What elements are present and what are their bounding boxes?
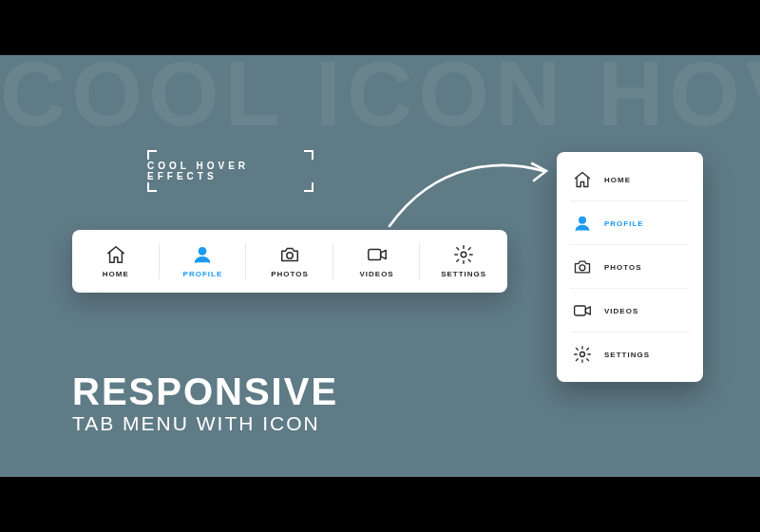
menu-item-label: VIDEOS <box>604 307 638 315</box>
gear-icon <box>453 244 474 265</box>
svg-rect-6 <box>575 306 586 315</box>
hover-effects-frame: COOL HOVER EFFECTS <box>147 150 314 192</box>
tab-profile[interactable]: PROFILE <box>160 230 247 293</box>
menu-item-label: HOME <box>604 176 631 184</box>
svg-point-3 <box>461 252 466 257</box>
svg-point-0 <box>200 248 206 255</box>
corner-decoration <box>147 150 157 160</box>
tab-label: HOME <box>103 270 129 278</box>
arrow-annotation <box>380 142 560 238</box>
tab-label: VIDEOS <box>359 270 393 278</box>
background-watermark-text: COOL ICON HOVER <box>0 55 760 146</box>
corner-decoration <box>304 150 314 160</box>
hover-effects-label: COOL HOVER EFFECTS <box>147 161 314 181</box>
title-main: RESPONSIVE <box>72 372 338 410</box>
menu-item-label: SETTINGS <box>604 351 650 359</box>
menu-item-home[interactable]: HOME <box>557 158 703 201</box>
menu-item-photos[interactable]: PHOTOS <box>557 245 703 289</box>
tab-photos[interactable]: PHOTOS <box>246 230 333 293</box>
svg-point-7 <box>580 352 585 357</box>
menu-item-settings[interactable]: SETTINGS <box>557 332 703 376</box>
home-icon <box>572 169 593 190</box>
svg-point-5 <box>580 265 585 271</box>
tab-home[interactable]: HOME <box>72 230 160 293</box>
menu-item-label: PHOTOS <box>604 263 642 272</box>
camera-icon <box>572 256 593 277</box>
title-sub: TAB MENU WITH ICON <box>72 412 338 435</box>
tab-label: PROFILE <box>183 270 223 278</box>
tab-videos[interactable]: VIDEOS <box>333 230 421 293</box>
gear-icon <box>572 344 593 365</box>
video-icon <box>367 244 388 265</box>
tab-label: PHOTOS <box>271 270 309 278</box>
menu-item-profile[interactable]: PROFILE <box>557 201 703 245</box>
svg-point-4 <box>580 217 586 223</box>
svg-point-1 <box>287 253 293 258</box>
svg-rect-2 <box>368 250 380 260</box>
tab-label: SETTINGS <box>441 270 486 278</box>
title-block: RESPONSIVE TAB MENU WITH ICON <box>72 372 338 435</box>
corner-decoration <box>304 182 314 192</box>
horizontal-tab-menu: HOME PROFILE PHOTOS VIDEOS SETTINGS <box>72 230 507 293</box>
menu-item-videos[interactable]: VIDEOS <box>557 289 703 332</box>
video-icon <box>572 300 593 321</box>
corner-decoration <box>147 182 157 192</box>
vertical-tab-menu: HOME PROFILE PHOTOS VIDEOS SETTINGS <box>557 152 703 382</box>
menu-item-label: PROFILE <box>604 219 644 228</box>
user-icon <box>572 213 593 234</box>
camera-icon <box>279 244 300 265</box>
user-icon <box>192 244 213 265</box>
tab-settings[interactable]: SETTINGS <box>420 230 507 293</box>
home-icon <box>105 244 126 265</box>
stage: COOL ICON HOVER COOL HOVER EFFECTS HOME … <box>0 55 760 477</box>
